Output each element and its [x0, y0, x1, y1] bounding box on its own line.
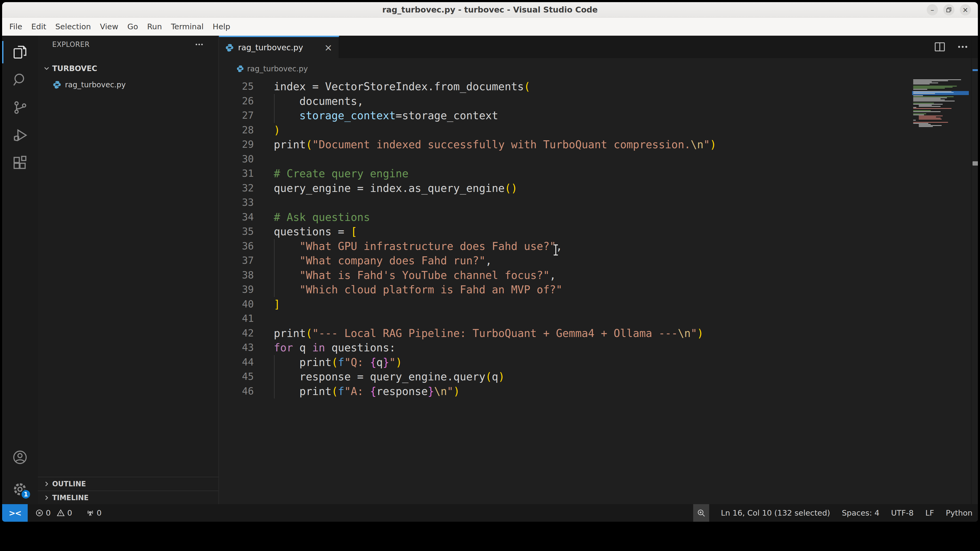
minimap-row: [913, 107, 916, 108]
ports-status[interactable]: 0: [86, 508, 102, 518]
line-text: response = query_engine.query(q): [274, 370, 504, 384]
code-line[interactable]: 36 "What GPU infrastructure does Fahd us…: [219, 239, 978, 254]
code-lines[interactable]: 25index = VectorStoreIndex.from_document…: [219, 79, 978, 504]
minimap-row: [919, 105, 932, 106]
problems-status[interactable]: 0 0: [35, 508, 72, 518]
indent-guide: [274, 253, 275, 268]
menu-view[interactable]: View: [95, 22, 123, 31]
file-name: rag_turbovec.py: [65, 80, 126, 89]
line-text: ): [274, 123, 280, 138]
source-control-icon: [12, 99, 28, 116]
restore-button[interactable]: [943, 4, 955, 16]
line-number: 43: [219, 340, 254, 355]
code-line[interactable]: 31# Create query engine: [219, 167, 978, 181]
minimap-row: [913, 96, 954, 97]
debug-icon: [12, 127, 28, 143]
menu-terminal[interactable]: Terminal: [167, 22, 208, 31]
editor-actions: [934, 36, 969, 58]
sidebar-item-search[interactable]: [2, 67, 38, 93]
tab-rag-turbovec[interactable]: rag_turbovec.py ×: [219, 36, 339, 58]
file-row-rag-turbovec[interactable]: rag_turbovec.py: [38, 77, 218, 92]
settings-button[interactable]: 1: [2, 476, 38, 502]
menu-help[interactable]: Help: [208, 22, 235, 31]
code-line[interactable]: 29print("Document indexed successfully w…: [219, 137, 978, 152]
split-editor-icon[interactable]: [934, 41, 946, 53]
line-text: print("--- Local RAG Pipeline: TurboQuan…: [274, 326, 703, 341]
sidebar-item-run-debug[interactable]: [2, 122, 38, 148]
account-button[interactable]: [2, 445, 38, 470]
sidebar-item-source-control[interactable]: [2, 95, 38, 120]
sidebar-item-extensions[interactable]: [2, 150, 38, 176]
code-line[interactable]: 40]: [219, 297, 978, 312]
code-line[interactable]: 39 "Which cloud platform is Fahd an MVP …: [219, 283, 978, 297]
close-button[interactable]: ×: [960, 4, 971, 16]
zoom-in-icon: [697, 508, 706, 518]
code-line[interactable]: 43for q in questions:: [219, 340, 978, 355]
line-number: 27: [219, 108, 254, 123]
close-icon: ×: [963, 6, 968, 14]
python-file-icon: [225, 43, 234, 52]
indent-guide: [274, 370, 275, 384]
code-line[interactable]: 45 response = query_engine.query(q): [219, 370, 978, 384]
indent-guide: [274, 94, 275, 109]
minimap-row: [919, 117, 936, 118]
eol-status[interactable]: LF: [925, 508, 934, 518]
line-text: print(f"Q: {q}"): [274, 355, 402, 370]
line-number: 34: [219, 210, 254, 225]
minimap-row: [913, 110, 931, 111]
remote-indicator[interactable]: ><: [2, 504, 28, 522]
menu-file[interactable]: File: [5, 22, 27, 31]
mouse-ibeam-cursor: [552, 244, 559, 256]
files-icon: [12, 44, 28, 60]
code-line[interactable]: 38 "What is Fahd's YouTube channel focus…: [219, 268, 978, 283]
indentation-status[interactable]: Spaces: 4: [842, 508, 879, 518]
minimize-button[interactable]: –: [927, 4, 938, 16]
minimap[interactable]: [913, 79, 968, 133]
code-line[interactable]: 33: [219, 195, 978, 210]
vscode-window: rag_turbovec.py - turbovec - Visual Stud…: [2, 2, 978, 522]
timeline-section-header[interactable]: TIMELINE: [38, 491, 218, 504]
code-line[interactable]: 35questions = [: [219, 224, 978, 239]
code-line[interactable]: 27 storage_context=storage_context: [219, 108, 978, 123]
code-line[interactable]: 42print("--- Local RAG Pipeline: TurboQu…: [219, 326, 978, 341]
folder-row-turbovec[interactable]: TURBOVEC: [38, 61, 218, 76]
line-text: documents,: [274, 94, 363, 109]
code-line[interactable]: 25index = VectorStoreIndex.from_document…: [219, 79, 978, 94]
code-line[interactable]: 28): [219, 123, 978, 138]
code-line[interactable]: 30: [219, 152, 978, 167]
sidebar-item-explorer[interactable]: [2, 40, 38, 65]
minimap-row: [919, 118, 940, 119]
more-actions-icon[interactable]: [194, 40, 204, 49]
menu-selection[interactable]: Selection: [51, 22, 95, 31]
line-number: 42: [219, 326, 254, 341]
code-line[interactable]: 41: [219, 311, 978, 326]
code-line[interactable]: 44 print(f"Q: {q}"): [219, 355, 978, 370]
code-line[interactable]: 46 print(f"A: {response}\n"): [219, 384, 978, 399]
menu-run[interactable]: Run: [142, 22, 167, 31]
line-text: # Ask questions: [274, 210, 370, 225]
menu-go[interactable]: Go: [123, 22, 142, 31]
code-line[interactable]: 26 documents,: [219, 94, 978, 109]
encoding-status[interactable]: UTF-8: [891, 508, 914, 518]
minimap-row: [913, 91, 951, 92]
minimize-icon: –: [931, 6, 934, 14]
outline-section-header[interactable]: OUTLINE: [38, 477, 218, 491]
minimap-row: [913, 123, 928, 124]
scrollbar-thumb[interactable]: [972, 161, 978, 165]
zoom-status[interactable]: [693, 504, 709, 522]
more-actions-icon[interactable]: [956, 41, 969, 53]
code-line[interactable]: 37 "What company does Fahd run?",: [219, 253, 978, 268]
cursor-position[interactable]: Ln 16, Col 10 (132 selected): [721, 508, 830, 518]
line-number: 37: [219, 253, 254, 268]
code-line[interactable]: 32query_engine = index.as_query_engine(): [219, 181, 978, 195]
tab-close-icon[interactable]: ×: [325, 43, 332, 52]
code-line[interactable]: 34# Ask questions: [219, 210, 978, 225]
indent-guide: [274, 108, 275, 123]
error-count: 0: [46, 508, 51, 518]
language-status[interactable]: Python: [946, 508, 972, 518]
minimap-row: [913, 81, 932, 82]
menu-edit[interactable]: Edit: [27, 22, 51, 31]
minimap-row: [919, 126, 933, 127]
breadcrumb[interactable]: rag_turbovec.py: [219, 58, 978, 79]
tab-label: rag_turbovec.py: [238, 43, 322, 52]
